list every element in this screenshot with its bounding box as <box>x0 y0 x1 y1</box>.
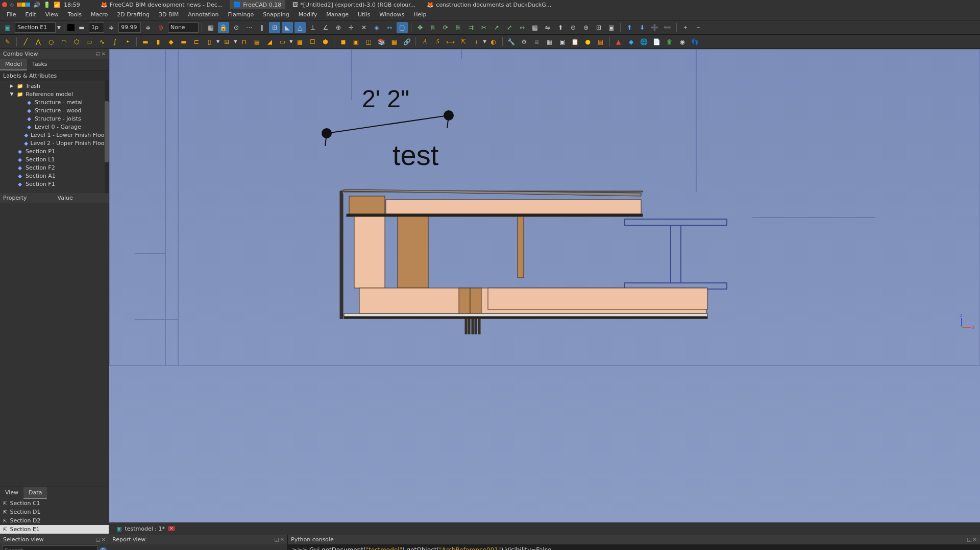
trim-icon[interactable]: ✂ <box>478 22 489 33</box>
tree-item[interactable]: ◆Section P1 <box>0 147 109 155</box>
facebind-icon[interactable]: ◫ <box>363 36 374 47</box>
snap-dim-icon[interactable]: ↔ <box>384 22 395 33</box>
rect-icon[interactable]: ▭ <box>84 36 95 47</box>
minus-icon[interactable]: － <box>693 22 704 33</box>
tree-item[interactable]: ◆Section F2 <box>0 163 109 172</box>
tab-data[interactable]: Data <box>23 487 47 499</box>
wb-icon[interactable]: ▣ <box>2 22 13 33</box>
undock-icon[interactable]: ◱ <box>274 537 279 542</box>
cancel-icon[interactable]: ⊘ <box>155 22 166 33</box>
close-icon[interactable]: ✕ <box>102 537 106 542</box>
undock-icon[interactable]: ◱ <box>967 537 971 542</box>
poly-icon[interactable]: ⬡ <box>71 36 82 47</box>
trash-icon[interactable]: 🗑 <box>664 36 675 47</box>
tab-view[interactable]: View <box>0 487 23 499</box>
close-icon[interactable]: ✕ <box>102 51 106 57</box>
close-icon[interactable]: ✕ <box>280 537 284 542</box>
tree-item[interactable]: ◆Structure - joists <box>0 114 109 123</box>
equip-icon[interactable]: ⬢ <box>320 36 331 47</box>
menu-flamingo[interactable]: Flamingo <box>225 10 258 19</box>
extrude-icon[interactable]: ⬆ <box>555 22 566 33</box>
shapestring-icon[interactable]: S <box>432 36 443 47</box>
task-tab-1[interactable]: 🟦FreeCAD 0.18 <box>230 0 285 9</box>
section-list-item[interactable]: ⇱Section D2 <box>0 516 109 525</box>
upgrade-icon[interactable]: ⬆ <box>624 22 635 33</box>
stepper-icon[interactable]: ≑ <box>106 22 117 33</box>
wins-icon[interactable]: ▦ <box>544 36 555 47</box>
add-icon[interactable]: ➕ <box>649 22 660 33</box>
toggle-icon[interactable]: 👣 <box>690 36 701 47</box>
model-tree[interactable]: ▶📁Trash▼📁Reference model◆Structure - met… <box>0 81 109 193</box>
clone-icon[interactable]: ⎘ <box>453 22 464 33</box>
tree-item[interactable]: ◆Level 1 - Lower Finish Floor <box>0 131 109 139</box>
tree-item[interactable]: ◆Section A1 <box>0 172 109 180</box>
undock-icon[interactable]: ◱ <box>95 537 100 542</box>
plus-icon[interactable]: ＋ <box>680 22 691 33</box>
tree-item[interactable]: ◆Structure - metal <box>0 98 109 106</box>
gear-icon[interactable]: ⚙ <box>519 36 530 47</box>
tree-item[interactable]: ◆Section F1 <box>0 180 109 188</box>
union-icon[interactable]: ⊕ <box>580 22 592 33</box>
globe-icon[interactable]: 🌐 <box>639 36 650 47</box>
menu-utils[interactable]: Utils <box>354 10 374 19</box>
wall-icon[interactable]: ▬ <box>140 36 151 47</box>
alt-icon[interactable]: ◆ <box>626 36 637 47</box>
lib-icon[interactable]: 📚 <box>376 36 387 47</box>
snap-int-icon[interactable]: ✕ <box>358 22 370 33</box>
snap-end-icon[interactable]: ◣ <box>282 22 293 33</box>
ifc-icon[interactable]: ▣ <box>557 36 568 47</box>
mirror-icon[interactable]: ⇋ <box>542 22 553 33</box>
menu-2d-drafting[interactable]: 2D Drafting <box>113 10 153 19</box>
line-style-icon[interactable]: ▬ <box>76 22 87 33</box>
material-icon[interactable]: ● <box>582 36 594 47</box>
door-icon[interactable]: ▯ <box>204 36 215 47</box>
snap-angle-icon[interactable]: ∠ <box>320 22 331 33</box>
slab-icon[interactable]: ▬ <box>178 36 189 47</box>
tree-item[interactable]: ▶📁Trash <box>0 82 109 90</box>
color-swatch[interactable] <box>67 24 75 31</box>
task-tab-3[interactable]: 🦊construction documents at DuckDuckG... <box>423 0 555 9</box>
snap-parallel-icon[interactable]: ∥ <box>256 22 267 33</box>
beam-icon[interactable]: ◆ <box>165 36 177 47</box>
menu-snapping[interactable]: Snapping <box>259 10 293 19</box>
levels-icon[interactable]: ≡ <box>531 36 543 47</box>
tree-item[interactable]: ▼📁Reference model <box>0 90 109 98</box>
snap-perp-icon[interactable]: ⊥ <box>307 22 318 33</box>
frame-icon[interactable]: ▦ <box>294 36 305 47</box>
tree-item[interactable]: ◆Section L1 <box>0 155 109 163</box>
bez-icon[interactable]: ∫ <box>109 36 120 47</box>
panel-icon[interactable]: ▭ <box>277 36 288 47</box>
snap-near-icon[interactable]: ⊙ <box>231 22 242 33</box>
size-input[interactable] <box>89 22 104 33</box>
tree-item[interactable]: ◆Structure - wood <box>0 106 109 114</box>
rebar-icon[interactable]: ⊏ <box>191 36 202 47</box>
snap-ext-icon[interactable]: ⋯ <box>243 22 255 33</box>
doc-tab-testmodel[interactable]: ▣ testmodel : 1* ✕ <box>112 524 179 533</box>
menu-file[interactable]: File <box>3 10 19 19</box>
offset-icon[interactable]: ⇉ <box>465 22 477 33</box>
simple-copy-icon[interactable]: ▣ <box>606 22 617 33</box>
remove-icon[interactable]: ➖ <box>662 22 673 33</box>
menu-modify[interactable]: Modify <box>295 10 321 19</box>
builder-icon[interactable]: ▣ <box>350 36 361 47</box>
point-icon[interactable]: • <box>122 36 133 47</box>
menu-manage[interactable]: Manage <box>323 10 352 19</box>
snap-ortho-icon[interactable]: ✛ <box>346 22 357 33</box>
preflight-icon[interactable]: ▲ <box>613 36 624 47</box>
menu-help[interactable]: Help <box>410 10 430 19</box>
menu-view[interactable]: View <box>42 10 62 19</box>
compound-icon[interactable]: ⊞ <box>593 22 604 33</box>
style-input[interactable] <box>168 22 199 33</box>
wire-icon[interactable]: ⋀ <box>33 36 44 47</box>
axis-icon[interactable]: ⫞ <box>470 36 481 47</box>
section-list-item[interactable]: ⇱Section C1 <box>0 499 109 508</box>
snap-grid-icon[interactable]: ⊞ <box>269 22 280 33</box>
copy-icon[interactable]: ⎘ <box>427 22 438 33</box>
tab-tasks[interactable]: Tasks <box>27 59 52 70</box>
menu-windows[interactable]: Windows <box>376 10 408 19</box>
snap-center-icon[interactable]: ⊕ <box>333 22 344 33</box>
section-list[interactable]: ⇱Section C1⇱Section D1⇱Section D2⇱Sectio… <box>0 499 109 535</box>
dim-icon[interactable]: ⟷ <box>445 36 456 47</box>
box-icon[interactable]: ◼ <box>337 36 349 47</box>
classify-icon[interactable]: 📋 <box>570 36 581 47</box>
